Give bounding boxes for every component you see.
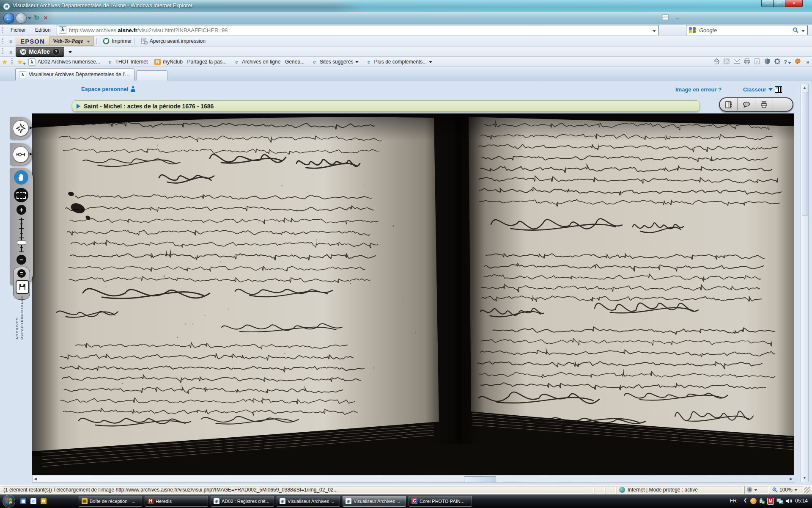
horizontal-scrollbar[interactable]: ◀ ▶ [32,475,794,483]
comment-button[interactable] [738,98,755,111]
web-to-page-button[interactable]: Web-To-Page [49,36,94,46]
language-indicator[interactable]: FR [730,498,737,504]
menu-fichier[interactable]: Fichier [6,27,30,33]
print-page-button[interactable] [755,98,773,111]
favorite-ad02[interactable]: λAD02 Archives numérisée... [25,58,104,66]
tab-visualiseur[interactable]: λ Visualiseur Archives Départementales d… [15,68,134,80]
quicklaunch-mail-icon[interactable]: ✉ [41,498,47,504]
vertical-scroll-thumb[interactable] [802,92,808,215]
url-dropdown-icon[interactable] [653,27,656,33]
home-icon[interactable] [712,58,721,66]
adjust-tool-button[interactable] [13,146,29,163]
quicklaunch-show-desktop-icon[interactable]: ▣ [20,498,26,504]
zoom-out-button[interactable]: − [16,255,26,265]
go-button[interactable]: → [673,13,680,22]
taskbar-button-heredis[interactable]: H Heredis [145,496,208,507]
plus-de-complements-button[interactable]: ePlus de compléments... [362,59,436,65]
favorite-thot[interactable]: eTHOT Internet [104,59,151,65]
taskbar-button-ad02[interactable]: e AD02 : Registres d'ét... [211,496,274,507]
register-view-button[interactable] [720,98,738,111]
close-button[interactable]: × [785,0,803,7]
tray-mcafee-icon[interactable]: M [767,498,774,505]
toolbar-grip[interactable] [11,58,13,65]
apercu-button[interactable]: Aperçu avant impression [150,38,206,44]
menu-edition[interactable]: Edition [30,27,55,33]
mail-icon[interactable] [732,59,741,65]
refresh-icon[interactable]: ↻ [34,13,39,22]
mcafee-dropdown-icon[interactable] [69,49,72,55]
tools-gear-icon[interactable] [773,58,782,66]
epson-brand-button[interactable]: EPSON [16,37,49,46]
pan-hand-tool-button[interactable] [14,170,28,185]
search-box[interactable]: Google [686,25,808,35]
tray-usb-icon[interactable] [759,498,765,506]
classeur-grid-icon[interactable] [775,86,782,93]
search-options-dropdown-icon[interactable] [801,26,805,34]
stop-icon[interactable]: × [44,13,47,22]
mcafee-close-button[interactable]: x [6,49,16,55]
help-icon[interactable]: ? [783,59,792,65]
favorite-archives-en-ligne[interactable]: eArchives en ligne - Genea... [230,59,308,65]
forward-button[interactable]: → [16,13,27,24]
tray-reminder-icon[interactable] [750,498,757,504]
messenger-icon[interactable] [793,58,802,66]
new-tab-button[interactable] [136,70,167,81]
mcafee-help-icon[interactable]: ? [52,48,60,55]
expand-arrow-icon[interactable] [30,126,32,130]
add-favorite-icon[interactable]: ★➜ [15,58,25,66]
start-button[interactable] [3,495,15,508]
maximize-button[interactable]: ▭ [773,0,785,7]
epson-close-button[interactable]: x [6,38,16,44]
url-field[interactable]: λ http://www.archives.aisne.fr/visu2/vis… [57,25,659,35]
classeur-button[interactable]: Classeur [743,86,782,93]
classeur-dropdown-icon [768,88,773,91]
fit-view-button[interactable]: = [17,269,26,278]
scroll-up-icon[interactable]: ▲ [801,84,808,91]
quicklaunch-ie-icon[interactable]: e [30,498,36,504]
print-icon[interactable] [743,58,751,66]
feeds-icon[interactable] [722,58,731,66]
taskbar-button-inbox[interactable]: ✉ Boîte de réception - ... [79,496,142,507]
toolbar-grip[interactable] [2,27,3,34]
safety-shield-icon[interactable] [763,58,771,66]
scroll-left-icon[interactable]: ◀ [34,477,37,481]
zoom-in-button[interactable]: + [16,205,26,215]
page-menu-icon[interactable] [753,58,761,66]
back-button[interactable]: ← [3,13,14,24]
horizontal-scroll-thumb[interactable] [464,476,496,482]
clock[interactable]: 05:14 [795,498,808,504]
vertical-scrollbar[interactable]: ▲ ▼ [801,84,809,482]
status-protection-pane[interactable] [744,486,769,494]
mcafee-button[interactable]: McAfee ? [16,47,64,57]
scroll-down-icon[interactable]: ▼ [801,475,808,481]
zoom-slider[interactable] [17,217,26,253]
imprimer-button[interactable]: Imprimer [112,38,132,44]
minimize-button[interactable]: ─ [761,0,774,7]
sites-suggeres-button[interactable]: eSites suggérés [308,59,362,65]
taskbar-button-visualiseur-1[interactable]: e Visualiseur Archives ... [277,496,340,507]
toolbar-grip[interactable] [2,48,3,55]
taskbar-button-corel[interactable]: C Corel PHOTO-PAIN... [409,496,472,507]
navigate-tool-button[interactable] [13,120,29,136]
compatibility-view-icon[interactable] [661,14,669,24]
expand-arrow-icon[interactable] [30,152,32,156]
resize-grip[interactable] [804,487,810,493]
select-region-tool-button[interactable] [14,188,28,202]
search-magnifier-icon[interactable] [793,27,799,33]
screen: e Visualiseur Archives Départementales d… [0,0,812,508]
favorite-mynclub[interactable]: NmyNclub - Partagez la pas... [151,59,230,65]
status-zoom-pane[interactable]: 100% [770,486,804,494]
favorites-star-icon[interactable]: ★ [0,58,9,66]
recent-pages-dropdown-icon[interactable] [28,13,31,22]
tray-volume-icon[interactable] [786,498,792,506]
tray-network-icon[interactable] [776,498,784,506]
toolbar-grip[interactable] [2,38,3,45]
taskbar-button-visualiseur-2-active[interactable]: e Visualiseur Archives ... [343,496,406,507]
image-en-erreur-link[interactable]: Image en erreur ? [675,86,721,93]
overflow-chevron-icon[interactable]: » [804,59,812,65]
scroll-right-icon[interactable]: ▶ [790,477,793,481]
manuscript-image[interactable] [32,113,794,475]
tray-expand-chevron-icon[interactable]: ❮ [743,498,747,502]
zoom-slider-handle[interactable] [17,240,26,245]
espace-personnel-link[interactable]: Espace personnel [81,86,136,92]
